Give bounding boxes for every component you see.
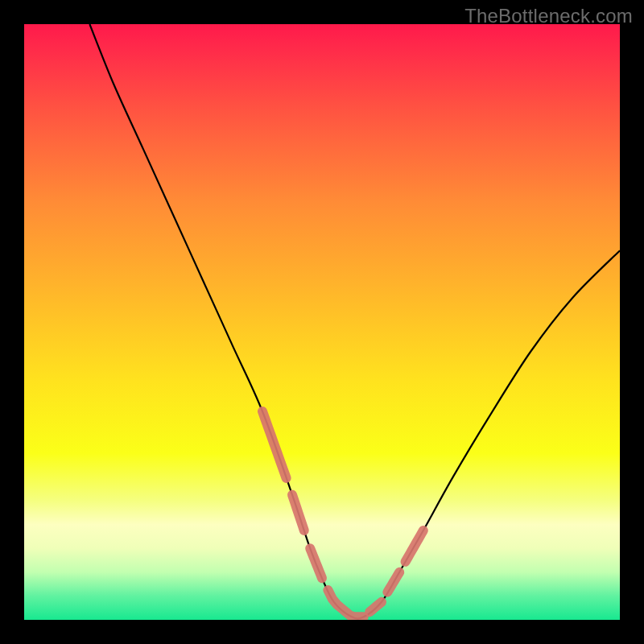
watermark-text: TheBottleneck.com (464, 5, 633, 27)
chart-frame: TheBottleneck.com (0, 0, 644, 644)
highlight-segment (387, 572, 399, 592)
highlight-segment (292, 495, 304, 530)
highlight-segments (262, 411, 423, 617)
highlight-segment (262, 411, 287, 478)
curve-layer (24, 24, 620, 620)
bottleneck-curve (89, 24, 620, 619)
highlight-segment (369, 602, 382, 612)
highlight-segment (406, 530, 423, 562)
highlight-segment (328, 590, 363, 617)
plot-area (24, 24, 620, 620)
highlight-segment (310, 548, 322, 578)
